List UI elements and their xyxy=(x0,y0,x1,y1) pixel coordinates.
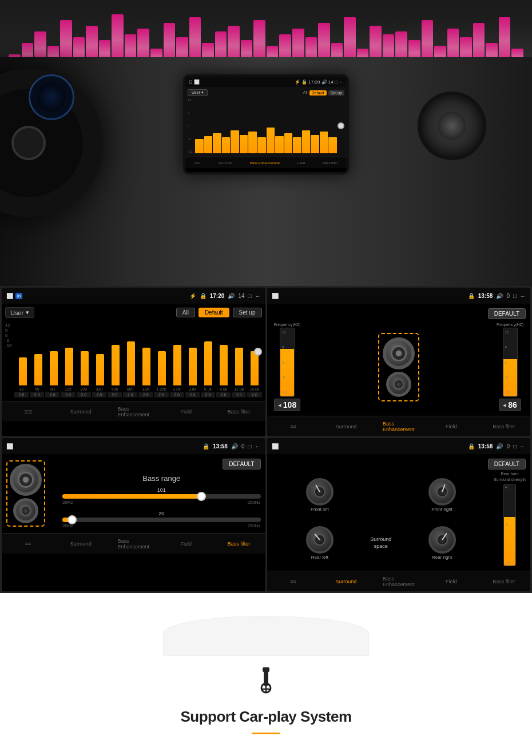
panel3-tab-bass-enhance[interactable]: BassEnhancement xyxy=(107,536,160,551)
panel3-bass-filter-label: Bass filter xyxy=(228,541,251,547)
panel2-home-btn: □ xyxy=(513,293,517,299)
panel4-rear-left: Rear left xyxy=(272,520,368,567)
panel3-slider1-wrap: 101 20Hz 250Hz xyxy=(62,487,261,505)
panel4-front-right-label: Front right xyxy=(431,507,452,512)
panel4-dial-front-right[interactable] xyxy=(428,478,456,506)
panel2-bass-enhance-label: BassEnhancement xyxy=(383,421,415,432)
panel2-default-btn[interactable]: DEFAULT xyxy=(488,308,526,319)
panel4-content: DEFAULT Front left xyxy=(267,454,531,571)
panel4-rear-right: Rear right xyxy=(394,520,490,567)
eq-master-knob[interactable] xyxy=(254,348,262,356)
support-underline xyxy=(252,733,280,734)
panel3-slider2-track[interactable] xyxy=(62,518,261,522)
panel-bass-enhancement: ⬜ 🔒 13:58 🔊 0 □ ← DEFAULT Frequency(HZ) xyxy=(267,288,531,436)
panel3-tab-field[interactable]: Field xyxy=(160,539,212,548)
eq-main-area: 12 6 0 -6 -12 xyxy=(5,323,262,385)
panel2-tab-field[interactable]: Field xyxy=(425,422,478,431)
panel3-slider2-val: 20 xyxy=(62,511,261,516)
panel3-speaker-area xyxy=(6,460,58,527)
panel4-strength-label: Surround strength xyxy=(494,478,526,482)
panel1-tab-surround[interactable]: Surround xyxy=(54,407,107,416)
panel3-tabs: ≡≡ Surround BassEnhancement Field Bass f… xyxy=(2,533,265,554)
car-interior-layer: ⊡ ⬜ ⚡ 🔒 17:20 🔊 14 □ ← User ▾ All Defaul… xyxy=(0,57,532,286)
panel4-bass-enhance-label: BassEnhancement xyxy=(383,576,415,587)
panel1-status-icons: ⚡ 🔒 17:20 🔊 14 □ ← xyxy=(189,293,261,299)
panel1-back-icon: ← xyxy=(255,293,261,299)
eq-user-dropdown[interactable]: User ▾ xyxy=(5,307,34,318)
panel4-tab-bass-filter[interactable]: Bass filter xyxy=(478,577,530,586)
support-title: Support Car-play System xyxy=(180,708,351,726)
panel3-tab-bass-filter[interactable]: Bass filter xyxy=(212,539,265,548)
panel3-tab-surround[interactable]: Surround xyxy=(54,539,107,548)
panel2-speaker-top-inner xyxy=(391,345,407,361)
panel1-eq-area: User ▾ All Default Set up 12 6 0 -6 -12 xyxy=(2,304,265,401)
db-0: 0 xyxy=(5,333,12,338)
panel2-freq-left-label: Frequency(HZ) xyxy=(273,323,300,327)
speedometer-left xyxy=(29,74,74,120)
panel2-freq-right-value-box: ◂ 86 xyxy=(499,399,521,411)
panel4-center-label-top xyxy=(370,472,391,518)
eq-icon: ≡≡ xyxy=(24,408,32,416)
panel4-status-icons: 🔒 13:58 🔊 0 □ ← xyxy=(468,443,526,449)
panel2-tab-bass-filter[interactable]: Bass filter xyxy=(478,422,530,431)
panel3-field-label: Field xyxy=(181,541,192,547)
panel1-home-btn: □ xyxy=(248,293,251,299)
panel2-main-row: Frequency(HZ) 12 6 0 -6 -12 ◂ 108 xyxy=(272,323,526,411)
panel4-tab-field[interactable]: Field xyxy=(425,577,478,586)
panel4-speaker-grid: Front left Front right xyxy=(272,472,490,566)
panel4-tab-eq[interactable]: ≡≡ xyxy=(267,577,320,586)
eq-default-btn[interactable]: Default xyxy=(198,308,229,317)
panel2-left-arrow: ◂ xyxy=(278,401,281,409)
panel3-bass-range-title: Bass range xyxy=(62,474,261,483)
panel2-freq-right-val: 86 xyxy=(508,400,517,409)
panel2-topbar-left: ⬜ xyxy=(272,293,279,299)
panel1-vol-icon: 🔊 xyxy=(228,293,235,299)
panel1-tab-eq[interactable]: ≡≡ xyxy=(2,406,54,417)
eq-setup-btn[interactable]: Set up xyxy=(233,308,262,317)
panel2-tab-surround[interactable]: Surround xyxy=(320,422,372,431)
panel4-dial-rear-right[interactable] xyxy=(428,526,456,554)
panel4-tab-bass-enhance[interactable]: BassEnhancement xyxy=(372,574,425,589)
eq-all-btn[interactable]: All xyxy=(176,308,195,317)
panel3-slider1-track[interactable] xyxy=(62,494,261,499)
panel3-bass-enhance-label: BassEnhancement xyxy=(117,538,149,550)
panel4-tab-surround[interactable]: Surround xyxy=(320,577,372,586)
panel1-tab-field[interactable]: Field xyxy=(160,407,212,416)
panel2-back-icon: ← xyxy=(520,293,526,299)
panel3-slider1-fill xyxy=(62,494,201,499)
panel2-tab-eq[interactable]: ≡≡ xyxy=(267,422,320,431)
panel3-tab-eq[interactable]: ≡≡ xyxy=(2,539,54,548)
panel3-vol-icon: 🔊 xyxy=(231,443,238,449)
panel4-vol-icon: 🔊 xyxy=(496,443,503,449)
panel1-tab-bass-enhance[interactable]: BassEnhancement xyxy=(107,404,160,419)
db-neg12: -12 xyxy=(5,343,12,348)
panel4-dial-front-left[interactable] xyxy=(306,478,334,506)
eq-decoration-top xyxy=(0,0,532,66)
panel2-speaker-top-center xyxy=(396,351,402,356)
panel1-bt-icon: ⚡ xyxy=(189,293,196,299)
panel3-content: DEFAULT Bass range 101 20Hz 250Hz xyxy=(2,454,265,533)
panel2-content: DEFAULT Frequency(HZ) 12 6 0 -6 -12 xyxy=(267,304,531,416)
panel1-tab-bass-filter[interactable]: Bass filter xyxy=(212,407,265,416)
panel4-default-btn[interactable]: DEFAULT xyxy=(488,459,526,469)
panel4-dial-rear-left[interactable] xyxy=(306,526,334,554)
panel1-topbar-left: ⬜ in xyxy=(6,293,22,299)
panel4-tabs: ≡≡ Surround BassEnhancement Field Bass f… xyxy=(267,571,531,591)
panel3-status-icons: 🔒 13:58 🔊 0 □ ← xyxy=(203,443,260,449)
panel-equalizer: ⬜ in ⚡ 🔒 17:20 🔊 14 □ ← User ▾ Al xyxy=(2,288,265,436)
bottom-curve-bg xyxy=(163,616,369,656)
panel4-time: 13:58 xyxy=(478,443,493,449)
panel2-dashed-box xyxy=(378,333,419,401)
panel3-slider1-handle[interactable] xyxy=(197,492,206,501)
car-interior-hero: ⊡ ⬜ ⚡ 🔒 17:20 🔊 14 □ ← User ▾ All Defaul… xyxy=(0,0,532,286)
panel4-strength-meter: Rear horn Surround strength N-5-10 xyxy=(494,472,526,566)
panel2-lock-icon: 🔒 xyxy=(468,293,475,299)
eq-btn-group: All Default Set up xyxy=(176,308,262,317)
panel4-bass-filter-label: Bass filter xyxy=(493,579,515,584)
panel3-default-btn[interactable]: DEFAULT xyxy=(223,459,260,469)
panel3-slider2-handle[interactable] xyxy=(68,515,77,524)
panel2-tab-bass-enhance[interactable]: BassEnhancement xyxy=(372,419,425,434)
panel4-back-icon: ← xyxy=(520,443,526,449)
panel3-topbar: ⬜ 🔒 13:58 🔊 0 □ ← xyxy=(2,438,265,454)
panel1-surround-label: Surround xyxy=(70,409,92,415)
